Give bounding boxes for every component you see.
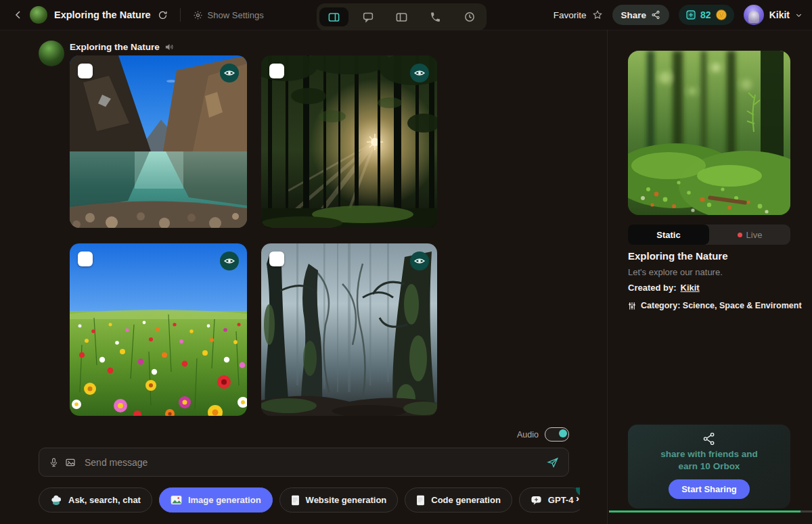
share-label: Share bbox=[621, 10, 647, 20]
phone-call-button[interactable] bbox=[421, 7, 450, 26]
image-generation-icon bbox=[171, 495, 182, 505]
top-bar: Exploring the Nature Show Settings bbox=[0, 0, 812, 30]
user-name: Kikit bbox=[769, 9, 790, 20]
document-icon bbox=[291, 495, 300, 506]
share-promo-line1: share with friends and bbox=[660, 448, 757, 460]
panel-progress-bar bbox=[609, 510, 812, 513]
back-icon[interactable] bbox=[14, 10, 23, 20]
chip-image-generation[interactable]: Image generation bbox=[159, 487, 273, 513]
assistant-avatar bbox=[39, 41, 64, 66]
favorite-label: Favorite bbox=[554, 10, 587, 20]
audio-toggle[interactable] bbox=[545, 427, 569, 442]
send-message-input[interactable] bbox=[83, 456, 547, 469]
mode-chip-row: Ask, search, chat Image generation Websi… bbox=[39, 487, 580, 515]
coin-icon bbox=[715, 9, 727, 21]
share-promo-text: share with friends and earn 10 Orbox bbox=[660, 448, 757, 473]
image-select-checkbox[interactable] bbox=[78, 64, 93, 78]
chat-view-button[interactable] bbox=[353, 7, 382, 26]
chip-website-generation[interactable]: Website generation bbox=[279, 487, 399, 513]
share-icon bbox=[651, 10, 660, 20]
panel-description: Let's explore our nature. bbox=[628, 267, 723, 277]
split-view-button[interactable] bbox=[387, 7, 416, 26]
attach-image-icon[interactable] bbox=[65, 457, 76, 468]
image-select-checkbox[interactable] bbox=[78, 252, 93, 266]
send-button[interactable] bbox=[547, 456, 559, 469]
generated-image-sunlit-forest[interactable] bbox=[261, 55, 437, 228]
divider bbox=[180, 8, 181, 22]
panel-title: Exploring the Nature bbox=[628, 250, 728, 262]
topbar-left: Exploring the Nature Show Settings bbox=[14, 0, 264, 30]
panel-divider bbox=[607, 30, 608, 524]
share-button[interactable]: Share bbox=[612, 5, 670, 25]
document-icon bbox=[416, 495, 425, 506]
message-composer bbox=[39, 448, 569, 477]
coin-balance[interactable]: 82 bbox=[679, 5, 734, 25]
chevron-down-icon bbox=[795, 11, 803, 19]
generated-image-grid bbox=[70, 55, 437, 416]
category-row: Category: Science, Space & Enviroment bbox=[628, 301, 802, 310]
generated-image-flower-meadow[interactable] bbox=[70, 243, 247, 416]
user-avatar bbox=[744, 5, 764, 25]
audio-label: Audio bbox=[517, 430, 539, 439]
image-preview-eye-button[interactable] bbox=[410, 64, 429, 82]
image-select-checkbox[interactable] bbox=[269, 252, 284, 266]
chip-label: Code generation bbox=[431, 495, 501, 505]
conversation-title: Exploring the Nature bbox=[54, 9, 151, 20]
coin-count: 82 bbox=[700, 9, 711, 20]
chip-code-generation[interactable]: Code generation bbox=[405, 487, 512, 513]
history-icon[interactable] bbox=[455, 7, 484, 26]
start-sharing-button[interactable]: Start Sharing bbox=[669, 479, 750, 499]
toggle-knob bbox=[559, 429, 567, 437]
chip-label: GPT-4 bbox=[548, 495, 574, 505]
creator-link[interactable]: Kikit bbox=[681, 283, 700, 293]
chip-gpt4[interactable]: GPT-4 bbox=[519, 487, 580, 513]
created-by-row: Created by: Kikit bbox=[628, 283, 700, 293]
star-icon bbox=[592, 9, 603, 20]
image-preview-eye-button[interactable] bbox=[220, 64, 239, 82]
favorite-button[interactable]: Favorite bbox=[554, 9, 603, 20]
tab-static-label: Static bbox=[656, 230, 680, 240]
share-nodes-icon bbox=[702, 432, 716, 446]
speaker-icon[interactable] bbox=[164, 42, 175, 52]
conversation-avatar[interactable] bbox=[30, 6, 47, 24]
refresh-icon[interactable] bbox=[158, 10, 168, 20]
tab-live[interactable]: Live bbox=[709, 224, 790, 245]
show-settings-button[interactable]: Show Settings bbox=[193, 10, 264, 20]
panel-hero-image[interactable] bbox=[628, 51, 790, 215]
show-settings-label: Show Settings bbox=[208, 10, 264, 20]
app-window: Exploring the Nature Show Settings bbox=[0, 0, 812, 524]
chip-ask-search-chat[interactable]: Ask, search, chat bbox=[39, 487, 152, 513]
generated-image-mountain-lake[interactable] bbox=[70, 55, 247, 228]
image-select-checkbox[interactable] bbox=[269, 64, 284, 78]
gpt4-bubble-icon bbox=[531, 495, 542, 506]
message-header: Exploring the Nature bbox=[70, 42, 175, 52]
category-text: Category: Science, Space & Enviroment bbox=[641, 301, 802, 310]
chip-label: Website generation bbox=[306, 495, 387, 505]
image-preview-eye-button[interactable] bbox=[410, 252, 429, 270]
image-preview-eye-button[interactable] bbox=[220, 252, 239, 270]
share-promo-card: share with friends and earn 10 Orbox Sta… bbox=[628, 425, 790, 508]
message-sender-name: Exploring the Nature bbox=[70, 42, 160, 52]
chips-scroll-right-arrow[interactable]: › bbox=[576, 492, 579, 504]
chip-label: Image generation bbox=[188, 495, 261, 505]
microphone-icon[interactable] bbox=[49, 457, 59, 468]
user-menu[interactable]: Kikit bbox=[744, 5, 803, 25]
chip-label: Ask, search, chat bbox=[68, 495, 141, 505]
topbar-right: Favorite Share 82 bbox=[554, 0, 803, 30]
audio-toggle-row: Audio bbox=[517, 427, 569, 442]
category-sliders-icon bbox=[628, 302, 636, 310]
panel-view-button[interactable] bbox=[319, 7, 348, 26]
gear-icon bbox=[193, 10, 203, 20]
chat-cloud-icon bbox=[50, 495, 62, 506]
add-coins-icon bbox=[685, 9, 696, 20]
tab-static[interactable]: Static bbox=[628, 224, 709, 245]
panel-progress-fill bbox=[609, 510, 800, 513]
view-mode-toolbar bbox=[317, 3, 487, 30]
created-by-label: Created by: bbox=[628, 283, 677, 293]
tab-live-label: Live bbox=[746, 230, 763, 240]
live-dot-icon bbox=[738, 233, 742, 237]
generated-image-foggy-forest[interactable] bbox=[261, 243, 437, 416]
static-live-toggle: Static Live bbox=[628, 224, 790, 245]
share-promo-line2: earn 10 Orbox bbox=[660, 460, 757, 473]
